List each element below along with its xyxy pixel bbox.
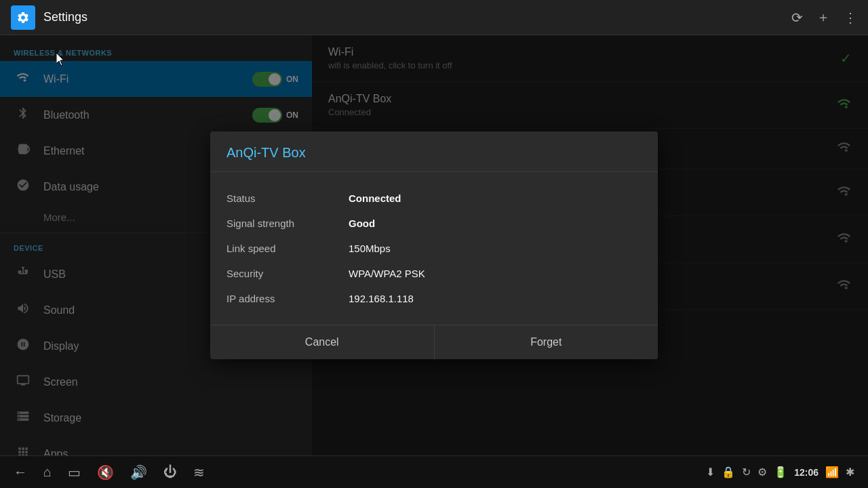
back-icon[interactable]: ←	[14, 464, 27, 481]
dialog-row-security: Security WPA/WPA2 PSK	[226, 261, 642, 286]
status-label: Status	[226, 192, 349, 204]
dialog-row-status: Status Connected	[226, 186, 642, 211]
layers-icon[interactable]: ≋	[193, 464, 205, 481]
app-icon	[11, 5, 35, 30]
ip-label: IP address	[226, 293, 349, 304]
battery-icon: 🔋	[774, 466, 787, 479]
speed-value: 150Mbps	[349, 243, 391, 254]
signal-value: Good	[349, 218, 375, 229]
navbar-right: ⬇ 🔒 ↻ ⚙ 🔋 12:06 📶 ✱	[706, 466, 854, 479]
dialog-body: Status Connected Signal strength Good Li…	[210, 172, 658, 325]
security-label: Security	[226, 268, 349, 279]
navbar-left: ← ⌂ ▭ 🔇 🔊 ⏻ ≋	[14, 464, 205, 481]
volume-mute-icon[interactable]: 🔇	[97, 464, 114, 481]
volume-icon[interactable]: 🔊	[130, 464, 147, 481]
bluetooth-nav-icon: ✱	[846, 466, 854, 479]
settings-nav-icon: ⚙	[757, 466, 767, 479]
rotation-icon: ↻	[742, 466, 751, 479]
dialog-actions: Cancel Forget	[210, 325, 658, 359]
home-icon[interactable]: ⌂	[43, 464, 52, 481]
page-title: Settings	[43, 10, 791, 24]
cancel-button[interactable]: Cancel	[210, 325, 434, 359]
dialog-row-ip: IP address 192.168.1.118	[226, 286, 642, 311]
wifi-nav-icon: 📶	[825, 466, 839, 479]
more-icon[interactable]: ⋮	[844, 9, 857, 26]
navbar: ← ⌂ ▭ 🔇 🔊 ⏻ ≋ ⬇ 🔒 ↻ ⚙ 🔋 12:06 📶 ✱	[0, 455, 868, 488]
signal-label: Signal strength	[226, 218, 349, 229]
refresh-icon[interactable]: ⟳	[791, 9, 803, 26]
wifi-detail-dialog: AnQi-TV Box Status Connected Signal stre…	[210, 131, 658, 359]
ip-value: 192.168.1.118	[349, 293, 414, 304]
security-value: WPA/WPA2 PSK	[349, 268, 425, 279]
dialog-title: AnQi-TV Box	[210, 131, 658, 172]
download-icon: ⬇	[706, 466, 715, 479]
add-icon[interactable]: ＋	[816, 8, 830, 26]
topbar: Settings ⟳ ＋ ⋮	[0, 0, 868, 35]
dialog-overlay: AnQi-TV Box Status Connected Signal stre…	[0, 35, 868, 455]
dialog-row-signal: Signal strength Good	[226, 211, 642, 236]
status-value: Connected	[349, 192, 401, 204]
forget-button[interactable]: Forget	[435, 325, 658, 359]
topbar-actions: ⟳ ＋ ⋮	[791, 8, 857, 26]
power-icon[interactable]: ⏻	[163, 464, 177, 481]
speed-label: Link speed	[226, 243, 349, 254]
dialog-row-speed: Link speed 150Mbps	[226, 236, 642, 261]
time-display: 12:06	[794, 467, 818, 478]
screen-lock-icon: 🔒	[722, 466, 735, 479]
recents-icon[interactable]: ▭	[68, 464, 81, 481]
